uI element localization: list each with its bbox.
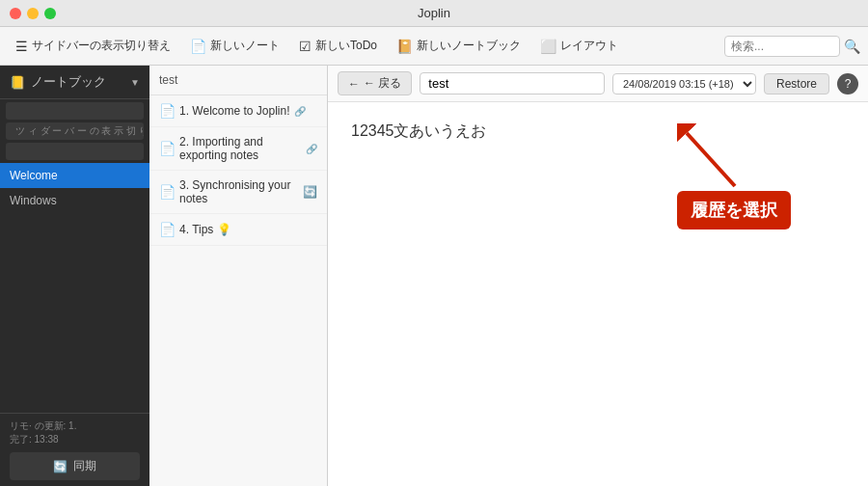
search-area: 🔍 xyxy=(724,36,860,57)
new-notebook-label: 新しいノートブック xyxy=(417,38,521,54)
back-button[interactable]: ← ← 戻る xyxy=(338,71,412,95)
chevron-down-icon: ▼ xyxy=(130,77,140,88)
sidebar-toggle-label: サイドバーの表示切り替え xyxy=(32,38,171,54)
layout-button[interactable]: ⬜ レイアウト xyxy=(532,34,626,58)
sidebar: 📒 ノートブック ▼ ツ ィ ダ ー バ ー の 表 示 切 り 替 え Wel… xyxy=(0,66,149,486)
note-icon-1: 📄 xyxy=(159,103,176,119)
new-note-icon: 📄 xyxy=(190,39,206,54)
complete-status: 完了: 13:38 xyxy=(10,433,140,446)
new-todo-label: 新しいToDo xyxy=(315,38,377,54)
new-note-label: 新しいノート xyxy=(210,38,280,54)
note-icon-4: 📄 xyxy=(159,222,176,237)
note-body-text: 12345文あいうえお xyxy=(351,122,487,139)
sidebar-icon: ☰ xyxy=(15,39,28,54)
app-title: Joplin xyxy=(418,6,450,20)
link-icon-1: 🔗 xyxy=(294,106,306,117)
tips-icon-4: 💡 xyxy=(217,223,231,236)
notebook-icon: 📔 xyxy=(396,39,413,54)
note-icon-2: 📄 xyxy=(159,141,176,156)
time-label: 13:38 xyxy=(35,434,59,445)
content-area: ← ← 戻る 24/08/2019 03:15 (+18) Restore ? … xyxy=(328,66,868,486)
back-button-label: ← 戻る xyxy=(364,75,401,92)
checkbox-icon: ☑ xyxy=(299,39,312,54)
remote-status: リモ· の更新: 1. xyxy=(10,419,140,433)
link-icon-2: 🔗 xyxy=(306,144,317,154)
close-button[interactable] xyxy=(10,8,21,19)
layout-label: レイアウト xyxy=(560,38,618,54)
sidebar-item-windows[interactable]: Windows xyxy=(0,188,149,213)
main-layout: 📒 ノートブック ▼ ツ ィ ダ ー バ ー の 表 示 切 り 替 え Wel… xyxy=(0,66,868,486)
help-button[interactable]: ? xyxy=(837,73,858,94)
content-toolbar: ← ← 戻る 24/08/2019 03:15 (+18) Restore ? xyxy=(328,66,868,102)
sidebar-header-label: ノートブック xyxy=(31,73,124,91)
sidebar-footer: リモ· の更新: 1. 完了: 13:38 🔄 同期 xyxy=(0,413,149,486)
note-list-header: test xyxy=(149,66,327,95)
restore-button-label: Restore xyxy=(776,77,817,91)
complete-label: 完了: xyxy=(10,434,32,445)
new-notebook-button[interactable]: 📔 新しいノートブック xyxy=(389,34,529,58)
sync-status: リモ· の更新: 1. 完了: 13:38 xyxy=(10,419,140,446)
sync-icon: 🔄 xyxy=(53,460,68,473)
note-item-3[interactable]: 📄 3. Synchronising your notes 🔄 xyxy=(149,171,327,214)
sidebar-item-vscode[interactable] xyxy=(6,143,144,160)
note-item-4[interactable]: 📄 4. Tips 💡 xyxy=(149,214,327,246)
layout-icon: ⬜ xyxy=(540,39,556,54)
sidebar-item-windows-label: Windows xyxy=(10,194,57,207)
notebook-header-icon: 📒 xyxy=(10,75,25,90)
titlebar: Joplin xyxy=(0,0,868,27)
sidebar-item-toolbar[interactable]: ツ ィ ダ ー バ ー の 表 示 切 り 替 え xyxy=(6,122,144,140)
sync-button[interactable]: 🔄 同期 xyxy=(10,452,140,480)
sidebar-item-welcome[interactable]: Welcome xyxy=(0,163,149,188)
search-button[interactable]: 🔍 xyxy=(844,39,860,54)
note-title-input[interactable] xyxy=(420,72,605,94)
minimize-button[interactable] xyxy=(27,8,39,19)
note-icon-3: 📄 xyxy=(159,184,176,200)
help-icon: ? xyxy=(845,77,852,91)
note-item-1[interactable]: 📄 1. Welcome to Joplin! 🔗 xyxy=(149,95,327,127)
sidebar-item-list: ツ ィ ダ ー バ ー の 表 示 切 り 替 え Welcome Window… xyxy=(0,99,149,413)
search-input[interactable] xyxy=(724,36,840,57)
note-label-3: 3. Synchronising your notes xyxy=(179,178,299,205)
sidebar-item-welcome-label: Welcome xyxy=(10,169,58,182)
new-note-button[interactable]: 📄 新しいノート xyxy=(182,34,287,58)
sidebar-toggle-button[interactable]: ☰ サイドバーの表示切り替え xyxy=(8,34,178,58)
new-todo-button[interactable]: ☑ 新しいToDo xyxy=(291,34,385,58)
restore-button[interactable]: Restore xyxy=(764,73,829,94)
main-toolbar: ☰ サイドバーの表示切り替え 📄 新しいノート ☑ 新しいToDo 📔 新しいノ… xyxy=(0,27,868,66)
content-body: 12345文あいうえお xyxy=(328,102,868,486)
note-label-1: 1. Welcome to Joplin! xyxy=(179,104,290,118)
maximize-button[interactable] xyxy=(44,8,56,19)
note-label-4: 4. Tips xyxy=(179,223,213,236)
note-list: test 📄 1. Welcome to Joplin! 🔗 📄 2. Impo… xyxy=(149,66,328,486)
sync-icon-3: 🔄 xyxy=(303,185,317,199)
window-controls xyxy=(10,8,56,19)
note-item-2[interactable]: 📄 2. Importing and exporting notes 🔗 xyxy=(149,127,327,171)
note-list-items: 📄 1. Welcome to Joplin! 🔗 📄 2. Importing… xyxy=(149,95,327,486)
date-select[interactable]: 24/08/2019 03:15 (+18) xyxy=(612,73,756,94)
sidebar-item-sa[interactable] xyxy=(6,102,144,120)
note-label-2: 2. Importing and exporting notes xyxy=(179,135,302,162)
sync-button-label: 同期 xyxy=(73,458,96,474)
back-arrow-icon: ← xyxy=(348,77,360,91)
sidebar-header[interactable]: 📒 ノートブック ▼ xyxy=(0,66,149,99)
update-label: の更新: 1. xyxy=(35,420,77,431)
sidebar-item-toolbar-label: ツ ィ ダ ー バ ー の 表 示 切 り 替 え xyxy=(15,124,144,138)
remote-label: リモ· xyxy=(10,420,32,431)
